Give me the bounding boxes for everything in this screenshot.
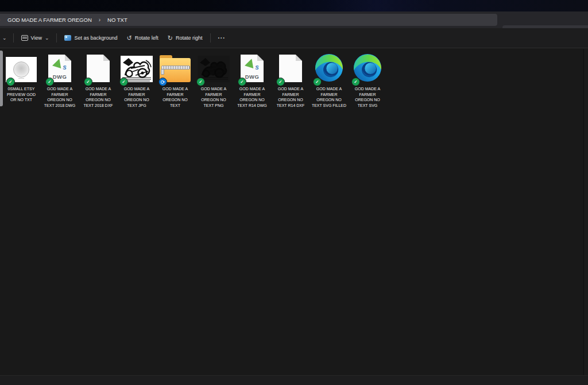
file-label: GOD MADE A FARMER OREGON NO TEXT bbox=[157, 86, 194, 108]
page-fold bbox=[103, 55, 110, 61]
status-bar bbox=[0, 375, 588, 385]
file-tile[interactable]: ✓ GOD MADE A FARMER OREGON NO TEXT SVG F… bbox=[311, 53, 347, 108]
address-bar-row: › GOD MADE A FARMER OREGON › NO TXT bbox=[0, 11, 588, 28]
view-button[interactable]: View ⌄ bbox=[17, 32, 54, 44]
file-tile[interactable]: ✓ GOD MADE A FARMER OREGON NO TEXT 2018 … bbox=[80, 53, 116, 108]
synced-status-badge: ✓ bbox=[45, 78, 54, 86]
view-button-label: View bbox=[31, 35, 42, 41]
rotate-left-button[interactable]: ↺ Rotate left bbox=[122, 32, 163, 44]
breadcrumb-separator-icon[interactable]: › bbox=[95, 17, 104, 23]
file-label: GOD MADE A FARMER OREGON NO TEXT 2018 DX… bbox=[80, 86, 117, 108]
draftsight-logo: s bbox=[245, 59, 260, 70]
synced-status-badge: ✓ bbox=[313, 78, 322, 86]
synced-status-badge: ✓ bbox=[276, 78, 285, 86]
breadcrumb-item-folder[interactable]: GOD MADE A FARMER OREGON bbox=[4, 17, 95, 23]
toolbar-overflow-chevron-icon[interactable]: ⌄ bbox=[0, 32, 10, 44]
rotate-right-button[interactable]: ↻ Rotate right bbox=[163, 32, 207, 44]
synced-status-badge: ✓ bbox=[84, 78, 92, 86]
file-tile[interactable]: s DWG ✓ GOD MADE A FARMER OREGON NO TEXT… bbox=[42, 53, 78, 108]
rotate-right-icon: ↻ bbox=[168, 35, 173, 41]
set-as-background-label: Set as background bbox=[74, 35, 117, 41]
titlebar-strip bbox=[0, 0, 588, 11]
toolbar-divider bbox=[56, 33, 57, 43]
file-grid: ✓ 0SMALL ETSY PREVIEW GOD OR NO TXT s DW… bbox=[3, 53, 388, 108]
vertical-scrollbar-track[interactable] bbox=[583, 49, 588, 375]
chevron-down-icon: ⌄ bbox=[45, 35, 49, 41]
file-tile[interactable]: ✓ GOD MADE A FARMER OREGON NO TEXT PNG bbox=[196, 53, 231, 108]
toolbar-divider bbox=[210, 33, 211, 43]
breadcrumb-item-current[interactable]: NO TXT bbox=[104, 17, 131, 23]
file-tile[interactable]: ✓ 0SMALL ETSY PREVIEW GOD OR NO TXT bbox=[3, 53, 39, 103]
image-icon bbox=[64, 35, 71, 41]
toolbar: ⌄ View ⌄ Set as background ↺ Rotate left… bbox=[0, 28, 588, 48]
file-label: GOD MADE A FARMER OREGON NO TEXT SVG FIL… bbox=[311, 86, 347, 108]
rotate-left-label: Rotate left bbox=[135, 35, 158, 41]
file-list-area[interactable]: ✓ 0SMALL ETSY PREVIEW GOD OR NO TXT s DW… bbox=[0, 49, 588, 375]
dwg-label: DWG bbox=[53, 74, 67, 80]
set-as-background-button[interactable]: Set as background bbox=[60, 32, 122, 44]
file-tile[interactable]: ✓ GOD MADE A FARMER OREGON NO TEXT JPG bbox=[119, 53, 154, 108]
view-icon bbox=[21, 35, 28, 41]
address-bar[interactable]: › GOD MADE A FARMER OREGON › NO TXT bbox=[0, 14, 497, 26]
rotate-right-label: Rotate right bbox=[176, 35, 203, 41]
synced-status-badge: ✓ bbox=[196, 78, 205, 86]
chevron-right-icon[interactable]: › bbox=[0, 17, 4, 23]
rotate-left-icon: ↺ bbox=[127, 35, 132, 41]
file-tile[interactable]: ✓ GOD MADE A FARMER OREGON NO TEXT SVG bbox=[350, 53, 385, 108]
file-tile[interactable]: ✓ GOD MADE A FARMER OREGON NO TEXT R14 D… bbox=[273, 53, 308, 108]
file-tile[interactable]: ⟳ GOD MADE A FARMER OREGON NO TEXT bbox=[157, 53, 193, 108]
see-more-button[interactable]: ··· bbox=[214, 32, 230, 44]
file-label: GOD MADE A FARMER OREGON NO TEXT R14 DXF bbox=[272, 86, 309, 108]
page-fold bbox=[296, 55, 302, 61]
file-label: GOD MADE A FARMER OREGON NO TEXT PNG bbox=[195, 86, 232, 108]
draftsight-logo: s bbox=[52, 59, 67, 70]
dwg-label: DWG bbox=[245, 74, 260, 80]
zipper bbox=[161, 66, 190, 70]
synced-status-badge: ✓ bbox=[119, 78, 128, 86]
zipper-pull bbox=[161, 69, 164, 75]
synced-status-badge: ✓ bbox=[238, 78, 246, 86]
file-label: 0SMALL ETSY PREVIEW GOD OR NO TXT bbox=[3, 86, 40, 103]
toolbar-divider bbox=[13, 33, 14, 43]
stamp-artwork bbox=[13, 61, 29, 78]
file-label: GOD MADE A FARMER OREGON NO TEXT R14 DWG bbox=[234, 86, 270, 108]
file-tile[interactable]: s DWG ✓ GOD MADE A FARMER OREGON NO TEXT… bbox=[234, 53, 270, 108]
stamp-caption bbox=[18, 78, 24, 79]
file-label: GOD MADE A FARMER OREGON NO TEXT JPG bbox=[118, 86, 155, 108]
syncing-status-badge: ⟳ bbox=[158, 78, 167, 86]
file-label: GOD MADE A FARMER OREGON NO TEXT 2018 DW… bbox=[41, 86, 78, 108]
synced-status-badge: ✓ bbox=[351, 78, 360, 86]
synced-status-badge: ✓ bbox=[6, 78, 15, 86]
file-label: GOD MADE A FARMER OREGON NO TEXT SVG bbox=[349, 86, 386, 108]
